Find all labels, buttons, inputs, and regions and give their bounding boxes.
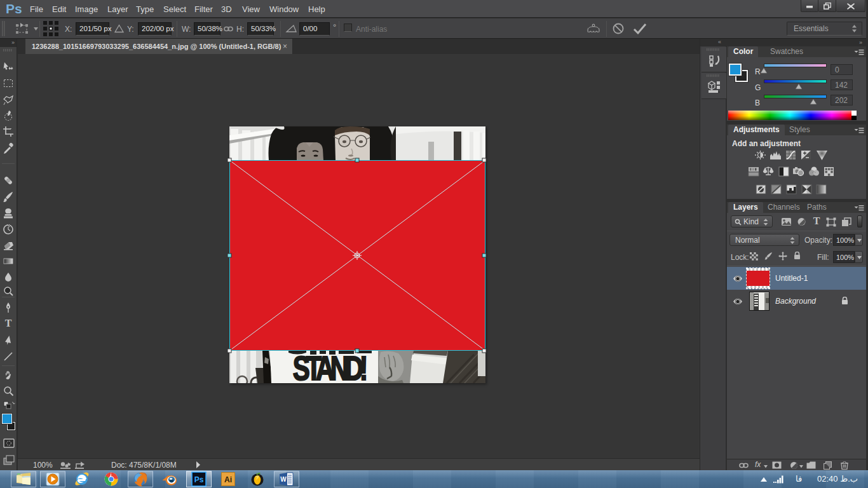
svg-text:W: W	[280, 476, 287, 483]
svg-text:Ps: Ps	[194, 475, 204, 484]
svg-text:Ai: Ai	[224, 475, 232, 484]
svg-text:T: T	[5, 318, 12, 329]
